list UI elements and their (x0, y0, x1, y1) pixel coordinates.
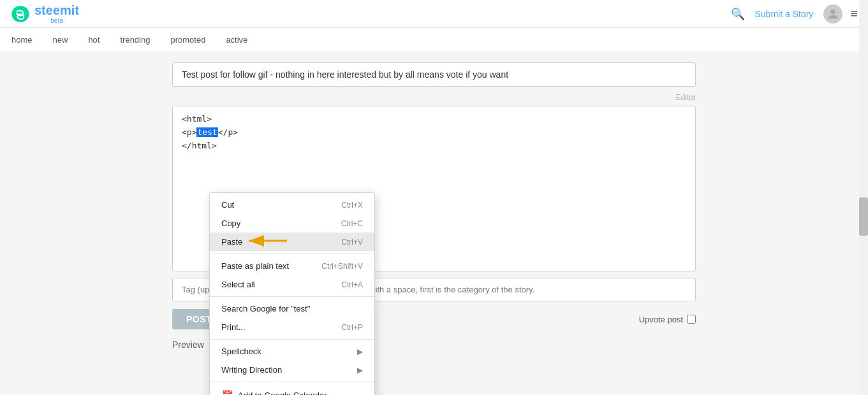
svg-point-0 (831, 9, 835, 13)
context-menu: Cut Ctrl+X Copy Ctrl+C Paste Ctrl+V Past… (209, 192, 375, 395)
ctx-select-all-label: Select all (221, 280, 255, 289)
logo-name: steemit (34, 3, 79, 17)
upvote-section: Upvote post (639, 315, 696, 324)
ctx-search-google-label: Search Google for "test" (221, 304, 310, 313)
ctx-spellcheck-label: Spellcheck (221, 347, 261, 356)
ctx-paste[interactable]: Paste Ctrl+V (210, 233, 374, 251)
ctx-add-calendar-label: Add to Google Calendar (238, 391, 327, 396)
editor-line-3: </html> (182, 140, 686, 153)
ctx-paste-plain-label: Paste as plain text (221, 261, 289, 271)
editor-line-1: <html> (182, 113, 686, 126)
ctx-print-shortcut: Ctrl+P (341, 323, 363, 332)
ctx-copy[interactable]: Copy Ctrl+C (210, 214, 374, 233)
ctx-print-label: Print... (221, 322, 246, 332)
ctx-add-calendar[interactable]: 📅 Add to Google Calendar (210, 385, 374, 395)
ctx-divider-3 (210, 339, 374, 340)
ctx-add-calendar-left: 📅 Add to Google Calendar (221, 389, 327, 395)
editor-content: <html> <p>test</p> </html> (182, 113, 686, 152)
scrollbar-track[interactable] (859, 0, 868, 395)
navbar: home new hot trending promoted active (0, 28, 868, 52)
editor-line-2: <p>test</p> (182, 126, 686, 140)
ctx-search-google[interactable]: Search Google for "test" (210, 299, 374, 318)
header: steemit beta 🔍 Submit a Story ≡ (0, 0, 868, 28)
nav-hot[interactable]: hot (87, 35, 101, 45)
steemit-logo-icon (10, 4, 31, 24)
nav-active[interactable]: active (224, 35, 249, 45)
ctx-select-all-shortcut: Ctrl+A (341, 280, 363, 289)
ctx-divider-4 (210, 382, 374, 382)
search-icon[interactable]: 🔍 (731, 7, 745, 21)
ctx-divider-1 (210, 254, 374, 254)
nav-promoted[interactable]: promoted (169, 35, 207, 45)
upvote-checkbox[interactable] (687, 315, 696, 324)
ctx-paste-label: Paste (221, 237, 242, 247)
ctx-calendar-icon: 📅 (221, 389, 233, 395)
ctx-copy-shortcut: Ctrl+C (341, 219, 363, 228)
ctx-cut[interactable]: Cut Ctrl+X (210, 196, 374, 214)
scrollbar-thumb[interactable] (859, 198, 868, 236)
editor-line2-post: </p> (218, 127, 238, 137)
avatar[interactable] (823, 4, 842, 24)
ctx-select-all[interactable]: Select all Ctrl+A (210, 275, 374, 294)
ctx-writing-direction-label: Writing Direction (221, 365, 282, 375)
nav-trending[interactable]: trending (119, 35, 151, 45)
editor-line2-pre: <p> (182, 127, 196, 137)
ctx-spellcheck-arrow: ▶ (357, 347, 363, 356)
logo[interactable]: steemit beta (10, 3, 79, 24)
ctx-print[interactable]: Print... Ctrl+P (210, 318, 374, 336)
ctx-writing-direction-arrow: ▶ (357, 366, 363, 375)
ctx-cut-shortcut: Ctrl+X (341, 201, 363, 210)
nav-new[interactable]: new (52, 35, 70, 45)
submit-story-link[interactable]: Submit a Story (755, 9, 814, 19)
ctx-copy-label: Copy (221, 219, 240, 228)
ctx-writing-direction[interactable]: Writing Direction ▶ (210, 361, 374, 379)
logo-text: steemit beta (34, 3, 79, 24)
menu-icon[interactable]: ≡ (850, 6, 858, 21)
ctx-paste-plain[interactable]: Paste as plain text Ctrl+Shift+V (210, 257, 374, 275)
editor-line2-highlighted: test (196, 127, 217, 137)
avatar-icon (826, 7, 840, 21)
ctx-spellcheck[interactable]: Spellcheck ▶ (210, 342, 374, 361)
logo-beta: beta (34, 17, 79, 24)
title-input[interactable] (172, 62, 696, 87)
ctx-paste-shortcut: Ctrl+V (341, 238, 363, 247)
nav-home[interactable]: home (10, 35, 34, 45)
editor-label: Editor (172, 93, 696, 102)
upvote-label: Upvote post (639, 315, 683, 324)
ctx-paste-plain-shortcut: Ctrl+Shift+V (321, 262, 363, 271)
ctx-cut-label: Cut (221, 200, 234, 210)
ctx-divider-2 (210, 296, 374, 297)
